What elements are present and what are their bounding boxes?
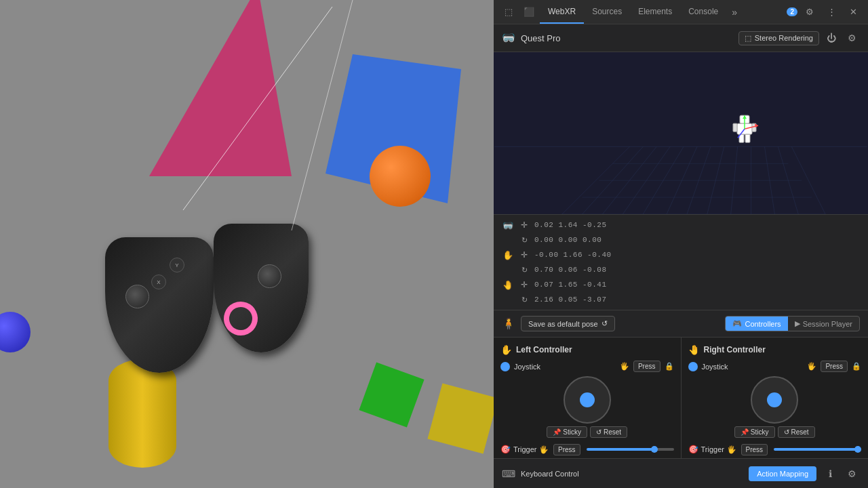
left-joystick-lock-icon[interactable]: 🔒: [665, 362, 674, 371]
left-trigger-icon: 🎯: [500, 445, 511, 454]
xr-device-header: 🥽 Quest Pro ⬚ Stereo Rendering ⏻ ⚙: [494, 24, 868, 52]
stereo-rendering-btn[interactable]: ⬚ Stereo Rendering: [738, 31, 819, 45]
tab-elements[interactable]: Elements: [630, 0, 680, 24]
left-joystick-pad[interactable]: [564, 376, 611, 424]
rhand-rot-values: 2.16 0.05 -3.07: [534, 296, 607, 304]
save-pose-reset-icon: ↺: [601, 319, 608, 328]
left-joystick-dot: [580, 392, 595, 407]
left-joystick-pad-container: 📌 Sticky ↺ Reset: [500, 376, 674, 438]
save-pose-label: Save as default pose: [528, 320, 598, 328]
action-mapping-btn[interactable]: Action Mapping: [749, 466, 816, 481]
right-reset-label: Reset: [791, 428, 809, 436]
session-player-mode-btn[interactable]: ▶ Session Player: [788, 317, 859, 331]
right-trigger-label: 🎯 Trigger: [688, 445, 724, 454]
left-trigger-row: 🎯 Trigger 🖐 Press: [500, 442, 674, 457]
right-joystick-pad[interactable]: [751, 376, 798, 424]
shape-blue-sphere: [0, 312, 31, 352]
right-joystick-hand-icon: 🖐: [807, 362, 816, 371]
right-joystick-press-btn[interactable]: Press: [821, 361, 848, 372]
left-joystick-label: Joystick: [514, 363, 616, 371]
viewport-robot-icon: [728, 112, 762, 148]
webxr-content: 🥽 Quest Pro ⬚ Stereo Rendering ⏻ ⚙: [494, 24, 868, 488]
rot-icon-2: ↻: [518, 266, 530, 274]
right-sticky-label: Sticky: [751, 428, 769, 436]
right-trigger-press-btn[interactable]: Press: [741, 444, 768, 455]
more-tabs-btn[interactable]: »: [726, 4, 743, 20]
svg-rect-23: [733, 123, 737, 131]
left-controller-icon: ✋: [500, 344, 512, 355]
shape-yellow-box: [427, 383, 494, 453]
keyboard-icon: ⌨: [502, 468, 515, 479]
lhand-pos-values: -0.00 1.66 -0.40: [534, 251, 612, 259]
left-joystick-press-btn[interactable]: Press: [633, 361, 660, 372]
controllers-label: Controllers: [745, 320, 781, 328]
xr-settings-btn[interactable]: ⚙: [844, 30, 860, 46]
pose-row-lhand-rot: ↻ 0.70 0.06 -0.08: [494, 262, 868, 277]
svg-rect-2: [494, 52, 867, 214]
left-reset-btn[interactable]: ↺ Reset: [590, 426, 627, 438]
thumbstick-visual: [125, 285, 149, 308]
hmd-rot-values: 0.00 0.00 0.00: [534, 236, 601, 244]
tab-console[interactable]: Console: [680, 0, 726, 24]
devtools-dock-btn[interactable]: ⬚: [499, 3, 518, 22]
devtools-tabs: WebXR Sources Elements Console »: [540, 0, 743, 24]
tab-sources[interactable]: Sources: [584, 0, 630, 24]
thumbstick-right-visual: [258, 264, 281, 288]
left-trigger-slider[interactable]: [587, 448, 674, 451]
devtools-close-btn[interactable]: ✕: [844, 3, 863, 22]
pos-icon-1: ✛: [518, 220, 530, 230]
devtools-more-btn[interactable]: ⋮: [822, 3, 841, 22]
right-joystick-lock-icon[interactable]: 🔒: [852, 362, 861, 371]
right-joystick-pad-container: 📌 Sticky ↺ Reset: [688, 376, 862, 438]
right-trigger-hand-icon: 🖐: [727, 445, 736, 454]
right-joystick-label: Joystick: [702, 363, 804, 371]
left-reset-label: Reset: [604, 428, 621, 436]
right-trigger-text: Trigger: [701, 445, 724, 453]
xr-power-btn[interactable]: ⏻: [823, 30, 840, 46]
error-badge: 2: [787, 7, 797, 16]
left-trigger-text: Trigger: [513, 445, 536, 453]
rhand-icon: 🤚: [502, 280, 514, 290]
keyboard-control-label: Keyboard Control: [521, 470, 629, 478]
controls-toolbar: 🧍 Save as default pose ↺ 🎮 Controllers ▶…: [494, 310, 868, 338]
y-button-visual: Y: [170, 258, 184, 272]
controllers-section: ✋ Left Controller Joystick 🖐 Press 🔒: [494, 338, 868, 458]
pose-person-icon: 🧍: [502, 317, 515, 330]
controller-visual: Y X: [105, 210, 322, 454]
right-trigger-row: 🎯 Trigger 🖐 Press: [688, 442, 862, 457]
left-controller-title: ✋ Left Controller: [500, 344, 674, 355]
devtools-panel: ⬚ ⬛ WebXR Sources Elements Console » 2 ⚙…: [494, 0, 868, 488]
save-pose-btn[interactable]: Save as default pose ↺: [521, 316, 615, 331]
topbar-right: 2 ⚙ ⋮ ✕: [787, 3, 863, 22]
devtools-undock-btn[interactable]: ⬛: [519, 3, 538, 22]
action-settings-btn[interactable]: ⚙: [844, 466, 860, 482]
devtools-topbar: ⬚ ⬛ WebXR Sources Elements Console » 2 ⚙…: [494, 0, 868, 24]
left-trigger-press-btn[interactable]: Press: [553, 444, 580, 455]
pose-data-section: 🥽 ✛ 0.02 1.64 -0.25 ↻ 0.00 0.00 0.00 ✋ ✛: [494, 215, 868, 310]
action-info-btn[interactable]: ℹ: [822, 466, 838, 482]
right-trigger-slider[interactable]: [774, 448, 861, 451]
right-controller-icon: 🤚: [688, 344, 700, 355]
right-reset-icon: ↺: [784, 428, 789, 436]
xr-header-actions: ⬚ Stereo Rendering ⏻ ⚙: [738, 30, 860, 46]
devtools-settings-btn[interactable]: ⚙: [800, 3, 819, 22]
rot-icon-3: ↻: [518, 296, 530, 304]
right-controller-label: Right Controller: [704, 345, 766, 354]
lhand-icon: ✋: [502, 250, 514, 260]
pos-icon-2: ✛: [518, 250, 530, 260]
controllers-mode-btn[interactable]: 🎮 Controllers: [726, 317, 787, 331]
right-controller-title: 🤚 Right Controller: [688, 344, 862, 355]
left-joystick-hand-icon: 🖐: [620, 362, 629, 371]
right-reset-btn[interactable]: ↺ Reset: [778, 426, 815, 438]
right-controller-panel: 🤚 Right Controller Joystick 🖐 Press 🔒: [682, 338, 869, 458]
left-joystick-indicator: [500, 362, 510, 371]
shape-magenta-triangle: [149, 0, 292, 176]
right-sticky-btn[interactable]: 📌 Sticky: [734, 426, 775, 438]
viewport-grid-svg: [494, 52, 868, 214]
session-player-icon: ▶: [795, 319, 800, 328]
left-trigger-hand-icon: 🖐: [539, 445, 549, 454]
left-sticky-btn[interactable]: 📌 Sticky: [547, 426, 587, 438]
x-button-visual: X: [151, 274, 166, 289]
tab-webxr[interactable]: WebXR: [540, 0, 584, 24]
scene-shapes: Y X: [0, 0, 494, 488]
